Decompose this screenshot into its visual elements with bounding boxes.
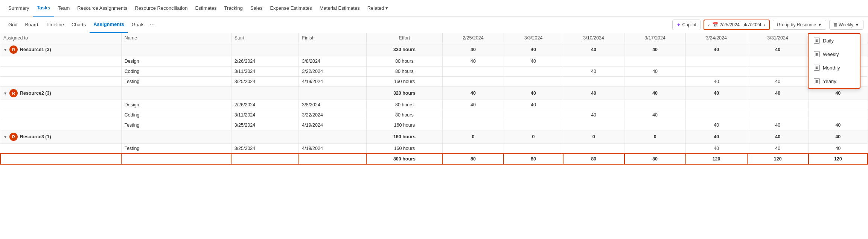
- task-week-1: [504, 120, 563, 130]
- task-row: Testing3/25/20244/19/2024160 hours404040: [0, 77, 868, 87]
- dropdown-item-daily[interactable]: ▦ Daily: [809, 34, 860, 47]
- resource-empty-cell-1: [231, 130, 299, 144]
- sub-nav-item-goals[interactable]: Goals: [128, 17, 148, 33]
- task-week-4: 40: [686, 77, 747, 87]
- calendar-icon: 📅: [712, 22, 718, 27]
- date-range-selector[interactable]: ‹ 📅 2/25/2024 - 4/7/2024 ›: [704, 20, 770, 30]
- top-navigation: SummaryTasksTeamResource AssignmentsReso…: [0, 0, 868, 17]
- more-options-button[interactable]: ···: [148, 21, 156, 28]
- task-row: Testing3/25/20244/19/2024160 hours404040: [0, 120, 868, 130]
- task-week-6: 40: [809, 120, 868, 130]
- col-assigned-to: Assigned to: [0, 33, 121, 43]
- sub-nav-item-board[interactable]: Board: [21, 17, 42, 33]
- resource-week-3: 40: [624, 87, 686, 100]
- period-dropdown: ▦ Daily ▦ Weekly ▦ Monthly ▦ Yearly: [808, 33, 860, 89]
- top-nav-item-tasks[interactable]: Tasks: [33, 0, 54, 17]
- task-week-2: [563, 120, 624, 130]
- resource-empty-cell-0: [121, 87, 231, 100]
- expand-chevron[interactable]: ▼: [3, 135, 7, 139]
- date-range-label: 2/25/2024 - 4/7/2024: [720, 22, 761, 27]
- weekly-button[interactable]: ▦ Weekly ▼: [829, 20, 863, 30]
- expand-chevron[interactable]: ▼: [3, 48, 7, 52]
- group-by-button[interactable]: Group by Resource ▼: [773, 20, 826, 30]
- task-assigned-cell: [0, 67, 121, 77]
- task-start: 3/25/2024: [231, 144, 299, 154]
- task-week-6: 40: [809, 144, 868, 154]
- top-nav-item-tracking[interactable]: Tracking: [221, 0, 247, 17]
- task-start: 2/26/2024: [231, 56, 299, 67]
- totals-row: 800 hours80808080120120120: [0, 154, 868, 164]
- task-week-2: 40: [563, 110, 624, 120]
- top-nav-item-expense-estimates[interactable]: Expense Estimates: [266, 0, 315, 17]
- expand-chevron[interactable]: ▼: [3, 91, 7, 95]
- task-name: Testing: [121, 144, 231, 154]
- top-nav-item-sales[interactable]: Sales: [247, 0, 266, 17]
- top-nav-item-summary[interactable]: Summary: [5, 0, 33, 17]
- resource-empty-cell-2: [299, 87, 367, 100]
- sub-nav-item-grid[interactable]: Grid: [5, 17, 21, 33]
- task-week-5: [747, 110, 809, 120]
- task-week-1: [504, 67, 563, 77]
- task-week-3: 40: [624, 67, 686, 77]
- task-name: Design: [121, 100, 231, 110]
- weekly-icon: ▦: [833, 22, 837, 27]
- top-nav-item-resource-assignments[interactable]: Resource Assignments: [73, 0, 131, 17]
- task-name: Testing: [121, 77, 231, 87]
- dropdown-item-monthly[interactable]: ▦ Monthly: [809, 61, 860, 74]
- task-week-1: 40: [504, 100, 563, 110]
- next-date-button[interactable]: ›: [763, 22, 766, 28]
- table-header: Assigned toNameStartFinishEffort2/25/202…: [0, 33, 868, 43]
- sub-nav-item-assignments[interactable]: Assignments: [90, 17, 128, 33]
- dropdown-item-label: Monthly: [823, 65, 840, 71]
- dropdown-item-weekly[interactable]: ▦ Weekly: [809, 47, 860, 61]
- total-finish-cell: [299, 154, 367, 164]
- col-date-4: 3/24/2024: [686, 33, 747, 43]
- resource-week-2: 40: [563, 43, 624, 56]
- top-nav-item-team[interactable]: Team: [54, 0, 74, 17]
- task-week-0: 40: [442, 100, 504, 110]
- assignments-table: Assigned toNameStartFinishEffort2/25/202…: [0, 33, 868, 165]
- resource-week-0: 40: [442, 43, 504, 56]
- total-week-2: 80: [563, 154, 624, 164]
- task-week-2: [563, 144, 624, 154]
- top-nav-item-resource-reconciliation[interactable]: Resource Reconciliation: [131, 0, 191, 17]
- top-nav-item-related[interactable]: Related ▾: [364, 0, 392, 17]
- task-week-3: [624, 56, 686, 67]
- resource-effort: 320 hours: [366, 43, 442, 56]
- task-week-2: 40: [563, 67, 624, 77]
- task-finish: 3/8/2024: [299, 56, 367, 67]
- task-week-4: [686, 67, 747, 77]
- total-start-cell: [231, 154, 299, 164]
- total-effort: 800 hours: [366, 154, 442, 164]
- prev-date-button[interactable]: ‹: [707, 22, 711, 28]
- top-nav-item-material-estimates[interactable]: Material Estimates: [316, 0, 364, 17]
- col-date-0: 2/25/2024: [442, 33, 504, 43]
- dropdown-item-yearly[interactable]: ▦ Yearly: [809, 74, 860, 88]
- top-nav-item-estimates[interactable]: Estimates: [191, 0, 220, 17]
- col-date-2: 3/10/2024: [563, 33, 624, 43]
- resource-row-0: ▼ R Resource1 (3) 320 hours4040404040404…: [0, 43, 868, 56]
- resource-name: Resource3 (1): [20, 134, 51, 139]
- resource-assigned-cell: ▼ R Resource3 (1): [0, 130, 121, 144]
- task-finish: 4/19/2024: [299, 120, 367, 130]
- total-week-5: 120: [747, 154, 809, 164]
- daily-icon: ▦: [814, 38, 820, 44]
- task-effort: 80 hours: [366, 100, 442, 110]
- resource-week-2: 0: [563, 130, 624, 144]
- task-week-3: [624, 100, 686, 110]
- chevron-down-icon: ▾: [385, 5, 388, 11]
- task-week-3: 40: [624, 110, 686, 120]
- total-name-cell: [121, 154, 231, 164]
- weekly-chevron-icon: ▼: [855, 22, 859, 27]
- sub-nav-item-timeline[interactable]: Timeline: [42, 17, 68, 33]
- col-date-3: 3/17/2024: [624, 33, 686, 43]
- resource-week-3: 0: [624, 130, 686, 144]
- resource-empty-cell-1: [231, 43, 299, 56]
- sub-nav-item-charts[interactable]: Charts: [68, 17, 90, 33]
- task-week-2: [563, 77, 624, 87]
- copilot-button[interactable]: ✦ Copilot: [672, 20, 700, 30]
- total-week-4: 120: [686, 154, 747, 164]
- task-row: Testing3/25/20244/19/2024160 hours404040: [0, 144, 868, 154]
- resource-row-1: ▼ R Resource2 (3) 320 hours4040404040404…: [0, 87, 868, 100]
- task-effort: 160 hours: [366, 77, 442, 87]
